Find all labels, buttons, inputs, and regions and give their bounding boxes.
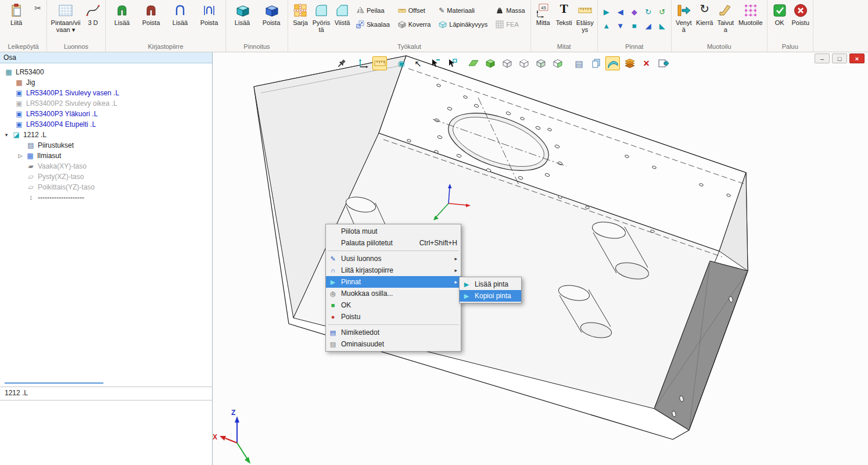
tree-root[interactable]: ▦ LR53400	[0, 67, 212, 77]
select-face-button[interactable]	[444, 56, 459, 70]
section-view-button[interactable]	[550, 56, 565, 70]
hidden-lines-button[interactable]	[517, 56, 531, 70]
surface-tool-9-button[interactable]: ◢	[642, 19, 655, 32]
pattern-button[interactable]: Sarja	[290, 2, 310, 27]
menu-item-exit[interactable]: ● Poistu	[326, 311, 461, 323]
surface-tool-10-button[interactable]: ◣	[656, 19, 669, 32]
surface-tool-4-button[interactable]: ↻	[642, 5, 655, 18]
library-slot-remove-button[interactable]: Poista	[195, 2, 223, 27]
panel-splitter[interactable]	[5, 382, 103, 384]
fillet-button[interactable]: Pyöristä	[311, 2, 331, 35]
menu-item-title-data[interactable]: ▤ Nimiketiedot	[326, 327, 461, 338]
hollow-cube-icon	[398, 20, 406, 28]
menu-item-edit-with-parts[interactable]: ◎ Muokkaa osilla...	[326, 288, 461, 299]
select-cursor-button[interactable]: ↖	[411, 56, 425, 70]
model-canvas[interactable]: Z X	[213, 52, 868, 465]
tree-item-symmetry[interactable]: ↕ --------------------	[0, 192, 212, 203]
library-feature-add-button[interactable]: Lisää	[108, 2, 136, 27]
text-button[interactable]: T Teksti	[554, 2, 574, 27]
select-edge-button[interactable]	[428, 56, 442, 70]
menu-item-properties[interactable]: ▨ Ominaisuudet	[326, 338, 461, 350]
menu-item-paste-library-feature[interactable]: ∩ Liitä kirjastopiirre ▸	[326, 264, 461, 276]
cursor-face-icon	[447, 58, 457, 69]
measure-button[interactable]	[372, 56, 387, 70]
tree-item-xy-plane[interactable]: ▰ Vaaka(XY)-taso	[0, 161, 212, 171]
pin-button[interactable]	[334, 56, 349, 70]
mass-button[interactable]: Massa	[493, 4, 528, 17]
tree-item-piirustukset[interactable]: ▤ Piirustukset	[0, 140, 212, 151]
surface-tool-5-button[interactable]: ↺	[656, 5, 669, 18]
tree-item-label: LR53400P4 Etupelti .L	[26, 120, 96, 128]
layers-button[interactable]	[622, 56, 637, 70]
scale-button[interactable]: Skaalaa	[353, 18, 393, 31]
chamfer-button[interactable]: Viistä	[332, 2, 352, 27]
coating-remove-button[interactable]: Poista	[257, 2, 285, 27]
stretch-button[interactable]: Venytä	[674, 2, 694, 35]
surface-tool-8-button[interactable]: ■	[628, 19, 641, 32]
twist-button[interactable]: ↻ Kierrä	[695, 2, 715, 27]
library-feature-remove-button[interactable]: Poista	[137, 2, 165, 27]
plane-icon: ▰	[27, 163, 35, 170]
bend-button[interactable]: Taivuta	[716, 2, 736, 35]
export-view-button[interactable]	[656, 56, 670, 70]
tree-item-part3[interactable]: ▣ LR53400P3 Yläkuori .L	[0, 109, 212, 119]
mirror-button[interactable]: Peilaa	[353, 4, 393, 17]
wireframe-mode-button[interactable]	[500, 56, 514, 70]
cut-button[interactable]: ✂	[31, 2, 44, 15]
copy-geometry-button[interactable]	[589, 56, 603, 70]
distance-button[interactable]: Etäisyys	[575, 2, 595, 35]
submenu-item-add-surface[interactable]: ▶ Lisää pinta	[460, 278, 521, 290]
exit-button[interactable]: Poistu	[791, 2, 810, 27]
surface-tool-7-button[interactable]: ▼	[614, 19, 627, 32]
dimension-button[interactable]: 45 Mitta	[533, 2, 553, 27]
surface-tool-6-button[interactable]: ▲	[600, 19, 613, 32]
surface-tool-button[interactable]	[605, 56, 620, 70]
sketch-on-face-button[interactable]: Pintaan/viivaan ▾	[49, 2, 82, 35]
menu-item-restore-hidden[interactable]: Palauta piilotetut Ctrl+Shift+H	[326, 237, 461, 249]
submenu-item-copy-surface[interactable]: ▶ Kopioi pinta	[460, 290, 521, 302]
arch-maroon-icon	[144, 3, 159, 18]
solid-mode-button[interactable]	[483, 56, 497, 70]
tree-item-ilmiasut[interactable]: ▷ ▦ Ilmiasut	[0, 151, 212, 161]
feature-list-button[interactable]: ▤	[572, 56, 586, 70]
surface-tool-3-button[interactable]: ◆	[628, 5, 641, 18]
tree-item-part1[interactable]: ▣ LR53400P1 Sivulevy vasen .L	[0, 88, 212, 98]
close-button[interactable]: ×	[849, 53, 865, 63]
menu-item-ok[interactable]: ■ OK	[326, 299, 461, 311]
shaded-edges-button[interactable]	[533, 56, 548, 70]
menu-item-surfaces[interactable]: ▶ Pinnat ▸	[326, 276, 461, 288]
fea-label: FEA	[506, 21, 518, 28]
coating-add-button[interactable]: Lisää	[228, 2, 256, 27]
material-button[interactable]: ✎ Materiaali	[436, 4, 490, 17]
menu-label: Poistu	[341, 313, 457, 321]
expander-collapsed-icon[interactable]: ▷	[17, 153, 23, 159]
menu-item-hide-others[interactable]: Piilota muut	[326, 226, 461, 237]
fea-button[interactable]: FEA	[493, 18, 528, 31]
tree-item-yz-plane[interactable]: ▱ Poikittais(YZ)-taso	[0, 182, 212, 192]
surface-tool-1-button[interactable]: ▶	[600, 5, 613, 18]
tree-item-jig[interactable]: ▦ Jig	[0, 77, 212, 88]
expander-expanded-icon[interactable]: ▾	[3, 132, 9, 138]
offset-button[interactable]: Offset	[395, 4, 434, 17]
delete-button[interactable]: ×	[639, 56, 654, 70]
chamfer-label: Viistä	[335, 19, 350, 26]
tree-item-part2[interactable]: ▣ LR53400P2 Sivulevy oikea .L	[0, 98, 212, 109]
paste-button[interactable]: Liitä	[2, 2, 30, 27]
tree-item-part4[interactable]: ▣ LR53400P4 Etupelti .L	[0, 119, 212, 130]
highlight-face-button[interactable]	[466, 56, 480, 70]
tree-item-xz-plane[interactable]: ▱ Pysty(XZ)-taso	[0, 171, 212, 182]
surface-tool-2-button[interactable]: ◀	[614, 5, 627, 18]
transparency-button[interactable]: Läpinäkyvyys	[436, 18, 490, 31]
model-viewport[interactable]: Z X ◉ ↖	[213, 52, 868, 465]
minimize-button[interactable]: –	[815, 53, 830, 63]
menu-item-new-sketch[interactable]: ✎ Uusi luonnos ▸	[326, 253, 461, 264]
snap-select-button[interactable]: ◉	[394, 56, 408, 70]
sketch-3d-button[interactable]: 3 D	[83, 2, 103, 27]
maximize-button[interactable]: □	[832, 53, 847, 63]
form-button[interactable]: Muotoile	[737, 2, 765, 27]
tree-item-1212[interactable]: ▾ ◪ 1212 .L	[0, 130, 212, 140]
hollow-button[interactable]: Koverra	[395, 18, 434, 31]
move-part-button[interactable]	[356, 56, 370, 70]
ok-button[interactable]: OK	[770, 2, 790, 27]
library-slot-add-button[interactable]: Lisää	[166, 2, 194, 27]
